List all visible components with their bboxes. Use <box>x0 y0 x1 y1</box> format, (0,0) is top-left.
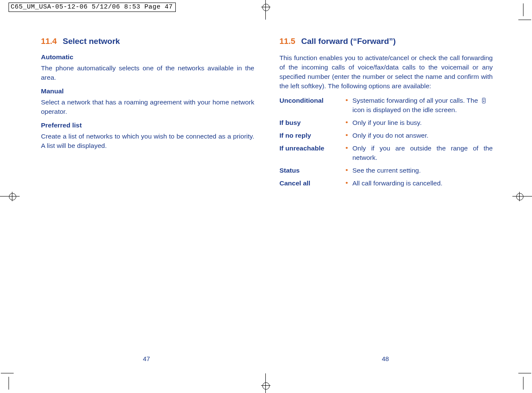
option-row-status: Status • See the current setting. <box>279 166 493 175</box>
crop-mark-icon <box>9 356 26 373</box>
page-right-column: 11.5Call forward (“Forward”) This functi… <box>279 37 493 191</box>
option-label: If busy <box>279 118 346 127</box>
crop-mark-icon <box>506 356 523 373</box>
call-forward-icon <box>481 98 486 104</box>
subheading-manual: Manual <box>41 87 254 95</box>
option-row-cancel-all: Cancel all • All call forwarding is canc… <box>279 179 493 188</box>
page-left-column: 11.4Select network Automatic The phone a… <box>41 37 254 156</box>
option-description: All call forwarding is cancelled. <box>352 179 493 188</box>
bullet-icon: • <box>346 118 352 127</box>
bullet-icon: • <box>346 144 352 152</box>
section-heading-11-4: 11.4Select network <box>41 37 254 46</box>
bullet-icon: • <box>346 96 352 104</box>
section-heading-11-5: 11.5Call forward (“Forward”) <box>279 37 493 46</box>
print-slug-text: C65_UM_USA-05-12-06 5/12/06 8:53 Page 47 <box>9 3 176 12</box>
page-number-right: 48 <box>382 355 389 362</box>
bullet-icon: • <box>346 179 352 187</box>
crop-mark-icon <box>506 20 523 37</box>
section-title: Select network <box>63 37 120 46</box>
option-row-if-unreachable: If unreachable • Only if you are outside… <box>279 144 493 162</box>
section-number: 11.5 <box>279 37 295 46</box>
option-description: See the current setting. <box>352 166 493 175</box>
page-number-left: 47 <box>143 355 150 362</box>
option-row-if-busy: If busy • Only if your line is busy. <box>279 118 493 127</box>
svg-rect-1 <box>483 101 484 102</box>
option-row-if-no-reply: If no reply • Only if you do not answer. <box>279 131 493 140</box>
registration-mark-icon <box>512 192 532 201</box>
paragraph: The phone automatically selects one of t… <box>41 64 254 82</box>
option-description: Only if you do not answer. <box>352 131 493 140</box>
paragraph: Select a network that has a roaming agre… <box>41 98 254 116</box>
registration-mark-icon <box>0 192 20 201</box>
bullet-icon: • <box>346 166 352 174</box>
option-label: If no reply <box>279 131 346 140</box>
option-label: Cancel all <box>279 179 346 188</box>
option-label: If unreachable <box>279 144 346 153</box>
option-label: Status <box>279 166 346 175</box>
registration-mark-icon <box>261 373 270 393</box>
option-description: Only if you are outside the range of the… <box>352 144 493 162</box>
option-label: Unconditional <box>279 96 346 105</box>
subheading-preferred-list: Preferred list <box>41 121 254 129</box>
intro-paragraph: This function enables you to activate/ca… <box>279 53 493 91</box>
section-title: Call forward (“Forward”) <box>301 37 396 46</box>
option-row-unconditional: Unconditional • Systematic forwarding of… <box>279 96 493 115</box>
option-description: Systematic forwarding of all your calls.… <box>352 96 493 115</box>
print-slug-bar: C65_UM_USA-05-12-06 5/12/06 8:53 Page 47 <box>9 3 176 12</box>
section-number: 11.4 <box>41 37 57 46</box>
subheading-automatic: Automatic <box>41 53 254 61</box>
option-description: Only if your line is busy. <box>352 118 493 127</box>
bullet-icon: • <box>346 131 352 139</box>
paragraph: Create a list of networks to which you w… <box>41 132 254 150</box>
registration-mark-icon <box>261 0 270 20</box>
